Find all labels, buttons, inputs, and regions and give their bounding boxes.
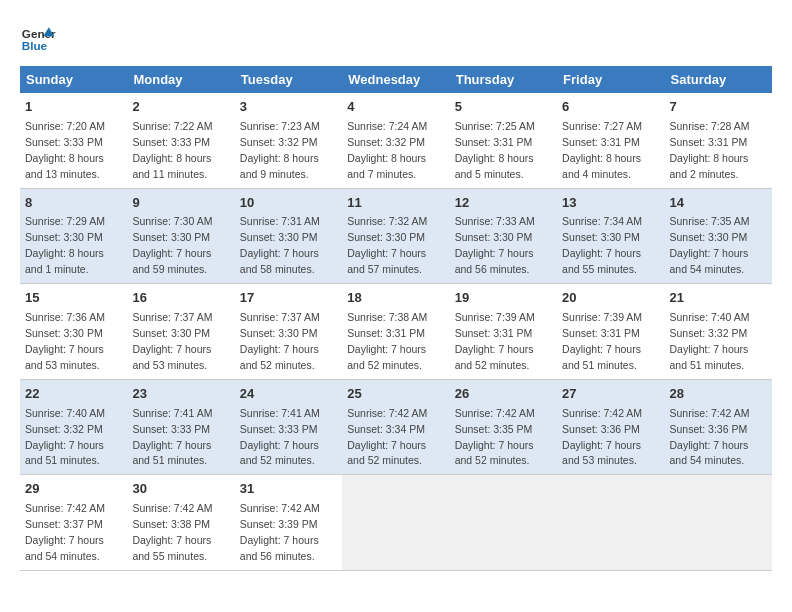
day-info: Sunrise: 7:22 AMSunset: 3:33 PMDaylight:… <box>132 120 212 180</box>
day-info: Sunrise: 7:34 AMSunset: 3:30 PMDaylight:… <box>562 215 642 275</box>
calendar-day-cell: 14 Sunrise: 7:35 AMSunset: 3:30 PMDaylig… <box>665 188 772 284</box>
weekday-header: Sunday <box>20 66 127 93</box>
day-info: Sunrise: 7:41 AMSunset: 3:33 PMDaylight:… <box>132 407 212 467</box>
calendar-day-cell: 31 Sunrise: 7:42 AMSunset: 3:39 PMDaylig… <box>235 475 342 571</box>
day-info: Sunrise: 7:35 AMSunset: 3:30 PMDaylight:… <box>670 215 750 275</box>
day-info: Sunrise: 7:23 AMSunset: 3:32 PMDaylight:… <box>240 120 320 180</box>
calendar-day-cell: 16 Sunrise: 7:37 AMSunset: 3:30 PMDaylig… <box>127 284 234 380</box>
day-info: Sunrise: 7:41 AMSunset: 3:33 PMDaylight:… <box>240 407 320 467</box>
day-info: Sunrise: 7:39 AMSunset: 3:31 PMDaylight:… <box>455 311 535 371</box>
day-number: 29 <box>25 480 122 499</box>
weekday-header: Tuesday <box>235 66 342 93</box>
weekday-header: Friday <box>557 66 664 93</box>
calendar-day-cell: 15 Sunrise: 7:36 AMSunset: 3:30 PMDaylig… <box>20 284 127 380</box>
calendar-week-row: 15 Sunrise: 7:36 AMSunset: 3:30 PMDaylig… <box>20 284 772 380</box>
calendar-week-row: 1 Sunrise: 7:20 AMSunset: 3:33 PMDayligh… <box>20 93 772 188</box>
day-info: Sunrise: 7:42 AMSunset: 3:34 PMDaylight:… <box>347 407 427 467</box>
calendar-day-cell: 29 Sunrise: 7:42 AMSunset: 3:37 PMDaylig… <box>20 475 127 571</box>
day-info: Sunrise: 7:40 AMSunset: 3:32 PMDaylight:… <box>25 407 105 467</box>
calendar-table: SundayMondayTuesdayWednesdayThursdayFrid… <box>20 66 772 571</box>
day-number: 2 <box>132 98 229 117</box>
weekday-header: Wednesday <box>342 66 449 93</box>
day-number: 22 <box>25 385 122 404</box>
day-number: 28 <box>670 385 767 404</box>
calendar-day-cell: 9 Sunrise: 7:30 AMSunset: 3:30 PMDayligh… <box>127 188 234 284</box>
day-info: Sunrise: 7:30 AMSunset: 3:30 PMDaylight:… <box>132 215 212 275</box>
logo-icon: General Blue <box>20 20 56 56</box>
day-number: 7 <box>670 98 767 117</box>
calendar-day-cell: 24 Sunrise: 7:41 AMSunset: 3:33 PMDaylig… <box>235 379 342 475</box>
calendar-day-cell: 20 Sunrise: 7:39 AMSunset: 3:31 PMDaylig… <box>557 284 664 380</box>
day-number: 15 <box>25 289 122 308</box>
page-header: General Blue <box>20 20 772 56</box>
day-info: Sunrise: 7:42 AMSunset: 3:37 PMDaylight:… <box>25 502 105 562</box>
day-number: 12 <box>455 194 552 213</box>
day-info: Sunrise: 7:25 AMSunset: 3:31 PMDaylight:… <box>455 120 535 180</box>
calendar-day-cell: 6 Sunrise: 7:27 AMSunset: 3:31 PMDayligh… <box>557 93 664 188</box>
day-number: 9 <box>132 194 229 213</box>
calendar-day-cell: 2 Sunrise: 7:22 AMSunset: 3:33 PMDayligh… <box>127 93 234 188</box>
day-info: Sunrise: 7:24 AMSunset: 3:32 PMDaylight:… <box>347 120 427 180</box>
calendar-day-cell: 10 Sunrise: 7:31 AMSunset: 3:30 PMDaylig… <box>235 188 342 284</box>
calendar-day-cell: 12 Sunrise: 7:33 AMSunset: 3:30 PMDaylig… <box>450 188 557 284</box>
day-info: Sunrise: 7:42 AMSunset: 3:36 PMDaylight:… <box>670 407 750 467</box>
day-info: Sunrise: 7:42 AMSunset: 3:36 PMDaylight:… <box>562 407 642 467</box>
calendar-day-cell <box>665 475 772 571</box>
day-number: 18 <box>347 289 444 308</box>
calendar-day-cell: 26 Sunrise: 7:42 AMSunset: 3:35 PMDaylig… <box>450 379 557 475</box>
calendar-day-cell: 22 Sunrise: 7:40 AMSunset: 3:32 PMDaylig… <box>20 379 127 475</box>
day-number: 26 <box>455 385 552 404</box>
calendar-day-cell: 7 Sunrise: 7:28 AMSunset: 3:31 PMDayligh… <box>665 93 772 188</box>
day-info: Sunrise: 7:38 AMSunset: 3:31 PMDaylight:… <box>347 311 427 371</box>
calendar-day-cell: 27 Sunrise: 7:42 AMSunset: 3:36 PMDaylig… <box>557 379 664 475</box>
day-info: Sunrise: 7:29 AMSunset: 3:30 PMDaylight:… <box>25 215 105 275</box>
day-number: 11 <box>347 194 444 213</box>
day-number: 1 <box>25 98 122 117</box>
day-info: Sunrise: 7:40 AMSunset: 3:32 PMDaylight:… <box>670 311 750 371</box>
calendar-day-cell: 21 Sunrise: 7:40 AMSunset: 3:32 PMDaylig… <box>665 284 772 380</box>
day-number: 4 <box>347 98 444 117</box>
day-number: 24 <box>240 385 337 404</box>
calendar-week-row: 29 Sunrise: 7:42 AMSunset: 3:37 PMDaylig… <box>20 475 772 571</box>
day-info: Sunrise: 7:42 AMSunset: 3:38 PMDaylight:… <box>132 502 212 562</box>
calendar-week-row: 22 Sunrise: 7:40 AMSunset: 3:32 PMDaylig… <box>20 379 772 475</box>
calendar-day-cell: 11 Sunrise: 7:32 AMSunset: 3:30 PMDaylig… <box>342 188 449 284</box>
day-number: 20 <box>562 289 659 308</box>
calendar-day-cell: 8 Sunrise: 7:29 AMSunset: 3:30 PMDayligh… <box>20 188 127 284</box>
logo: General Blue <box>20 20 56 56</box>
calendar-day-cell: 13 Sunrise: 7:34 AMSunset: 3:30 PMDaylig… <box>557 188 664 284</box>
day-info: Sunrise: 7:42 AMSunset: 3:39 PMDaylight:… <box>240 502 320 562</box>
weekday-header: Saturday <box>665 66 772 93</box>
calendar-day-cell: 4 Sunrise: 7:24 AMSunset: 3:32 PMDayligh… <box>342 93 449 188</box>
day-number: 3 <box>240 98 337 117</box>
day-number: 23 <box>132 385 229 404</box>
day-info: Sunrise: 7:27 AMSunset: 3:31 PMDaylight:… <box>562 120 642 180</box>
day-number: 31 <box>240 480 337 499</box>
day-number: 13 <box>562 194 659 213</box>
day-number: 16 <box>132 289 229 308</box>
day-info: Sunrise: 7:20 AMSunset: 3:33 PMDaylight:… <box>25 120 105 180</box>
calendar-day-cell: 25 Sunrise: 7:42 AMSunset: 3:34 PMDaylig… <box>342 379 449 475</box>
day-number: 27 <box>562 385 659 404</box>
day-number: 21 <box>670 289 767 308</box>
day-info: Sunrise: 7:39 AMSunset: 3:31 PMDaylight:… <box>562 311 642 371</box>
day-number: 6 <box>562 98 659 117</box>
calendar-day-cell: 5 Sunrise: 7:25 AMSunset: 3:31 PMDayligh… <box>450 93 557 188</box>
weekday-header: Thursday <box>450 66 557 93</box>
calendar-day-cell <box>450 475 557 571</box>
calendar-day-cell <box>342 475 449 571</box>
calendar-day-cell: 19 Sunrise: 7:39 AMSunset: 3:31 PMDaylig… <box>450 284 557 380</box>
calendar-day-cell: 17 Sunrise: 7:37 AMSunset: 3:30 PMDaylig… <box>235 284 342 380</box>
day-info: Sunrise: 7:28 AMSunset: 3:31 PMDaylight:… <box>670 120 750 180</box>
weekday-header: Monday <box>127 66 234 93</box>
calendar-day-cell: 1 Sunrise: 7:20 AMSunset: 3:33 PMDayligh… <box>20 93 127 188</box>
day-number: 25 <box>347 385 444 404</box>
day-number: 5 <box>455 98 552 117</box>
calendar-day-cell: 23 Sunrise: 7:41 AMSunset: 3:33 PMDaylig… <box>127 379 234 475</box>
day-number: 10 <box>240 194 337 213</box>
svg-text:Blue: Blue <box>22 39 48 52</box>
day-info: Sunrise: 7:42 AMSunset: 3:35 PMDaylight:… <box>455 407 535 467</box>
day-number: 17 <box>240 289 337 308</box>
calendar-day-cell: 3 Sunrise: 7:23 AMSunset: 3:32 PMDayligh… <box>235 93 342 188</box>
day-number: 19 <box>455 289 552 308</box>
